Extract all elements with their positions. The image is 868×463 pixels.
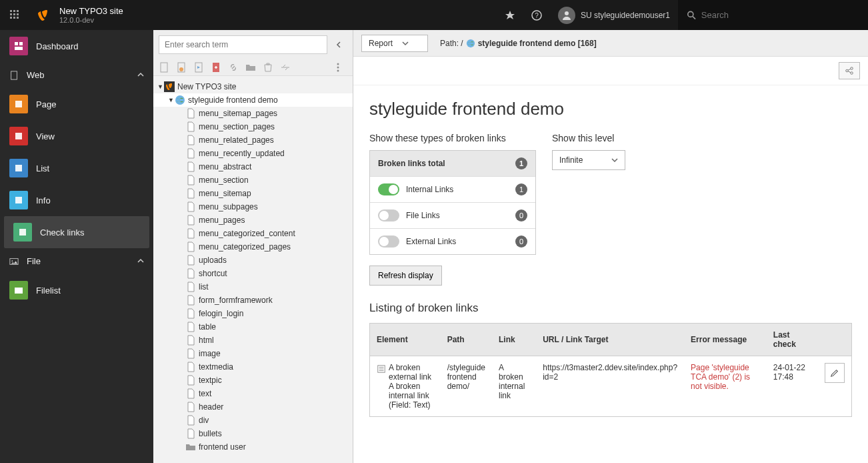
tree-node[interactable]: menu_section_pages [153, 120, 353, 133]
level-select[interactable]: Infinite [552, 150, 625, 170]
tree-label: menu_pages [199, 215, 245, 225]
tree-node[interactable]: felogin_login [153, 307, 353, 320]
tree-node[interactable]: menu_section [153, 173, 353, 187]
page-icon [185, 402, 196, 412]
page-icon [185, 282, 196, 292]
tree-node[interactable]: header [153, 400, 353, 414]
site-info: New TYPO3 site 12.0.0-dev [57, 6, 123, 24]
view-mode-select[interactable]: Report [361, 35, 428, 52]
page-title: styleguide frontend demo [369, 99, 852, 119]
tree-node[interactable]: list [153, 280, 353, 294]
tree-node[interactable]: menu_recently_updated [153, 147, 353, 160]
tree-node[interactable]: menu_sitemap_pages [153, 107, 353, 120]
folder-icon[interactable] [245, 62, 256, 73]
tree-label: menu_section [199, 175, 249, 185]
total-label: Broken links total [378, 159, 445, 168]
tree-node[interactable]: menu_subpages [153, 200, 353, 213]
tree-node[interactable]: menu_sitemap [153, 187, 353, 200]
module-dashboard[interactable]: Dashboard [0, 30, 153, 62]
tree-search-input[interactable] [159, 35, 327, 54]
cell-error: Page 'styleguide TCA demo' (2) is not vi… [684, 356, 767, 417]
page-icon [185, 428, 196, 439]
tree-node[interactable]: uploads [153, 254, 353, 267]
toggle-switch[interactable] [378, 209, 399, 221]
svg-rect-22 [19, 229, 26, 236]
link-types-panel: Broken links total 1 Internal Links1File… [369, 150, 536, 255]
tree-node[interactable]: menu_related_pages [153, 133, 353, 147]
tree-node[interactable]: textpic [153, 374, 353, 387]
tree-node[interactable]: menu_categorized_content [153, 227, 353, 240]
page-icon [185, 322, 196, 332]
link-icon[interactable] [228, 62, 239, 73]
column-header: URL / Link Target [536, 324, 684, 356]
new-page-type3-icon[interactable] [211, 62, 221, 73]
tree-label: textpic [199, 376, 222, 385]
svg-rect-6 [10, 17, 12, 19]
tree-label: bullets [199, 429, 222, 438]
module-label: Dashboard [36, 41, 79, 51]
divider-icon[interactable] [280, 62, 291, 73]
svg-point-12 [688, 11, 693, 17]
module-group-file[interactable]: File [0, 248, 153, 274]
refresh-button[interactable]: Refresh display [369, 266, 442, 286]
module-view[interactable]: View [0, 120, 153, 152]
module-label: Filelist [36, 286, 61, 296]
svg-text:?: ? [535, 12, 539, 19]
new-page-icon[interactable] [159, 62, 169, 73]
module-page[interactable]: Page [0, 88, 153, 120]
link-type-row: File Links0 [370, 202, 535, 228]
module-label: Check links [40, 227, 84, 238]
svg-point-32 [337, 67, 339, 69]
svg-rect-15 [19, 42, 23, 45]
global-search[interactable] [678, 0, 868, 30]
tree-label: felogin_login [199, 309, 243, 318]
tree-node[interactable]: frontend user [153, 440, 353, 454]
new-page-type1-icon[interactable] [176, 62, 187, 73]
toggle-switch[interactable] [378, 183, 399, 195]
tree-node[interactable]: menu_categorized_pages [153, 240, 353, 254]
new-page-type2-icon[interactable] [193, 62, 204, 73]
tree-label: header [199, 402, 223, 412]
chevron-down-icon [402, 40, 409, 47]
collapse-tree-icon[interactable] [330, 36, 347, 53]
tree-node[interactable]: menu_pages [153, 213, 353, 227]
link-type-label: External Links [406, 237, 456, 246]
apps-switcher-icon[interactable] [0, 0, 30, 30]
edit-button[interactable] [825, 363, 845, 383]
tree-label: table [199, 322, 216, 332]
trash-icon[interactable] [263, 62, 273, 73]
svg-rect-19 [15, 133, 22, 139]
tree-node[interactable]: form_formframework [153, 294, 353, 307]
module-check-links[interactable]: Check links [4, 216, 149, 248]
tree-node[interactable]: image [153, 347, 353, 360]
tree-node[interactable]: table [153, 320, 353, 334]
tree-node[interactable]: div [153, 414, 353, 427]
search-icon [687, 11, 696, 20]
svg-rect-20 [15, 165, 22, 171]
module-group-web[interactable]: Web [0, 62, 153, 88]
module-info[interactable]: Info [0, 184, 153, 216]
tree-node[interactable]: menu_abstract [153, 160, 353, 173]
tree-node[interactable]: html [153, 334, 353, 347]
svg-point-31 [337, 63, 339, 65]
user-menu[interactable]: SU styleguidedemouser1 [550, 7, 678, 24]
group-label: File [27, 256, 41, 266]
tree-node[interactable]: ▼New TYPO3 site [153, 80, 353, 93]
help-icon[interactable]: ? [523, 0, 550, 30]
module-filelist[interactable]: Filelist [0, 274, 153, 306]
tree-label: menu_categorized_content [199, 229, 295, 238]
tree-node[interactable]: text [153, 387, 353, 400]
svg-point-36 [467, 39, 475, 47]
tree-node[interactable]: ▼styleguide frontend demo [153, 93, 353, 107]
tree-node[interactable]: bullets [153, 427, 353, 440]
more-menu-icon[interactable] [337, 62, 347, 73]
search-input[interactable] [701, 10, 859, 20]
tree-node[interactable]: textmedia [153, 360, 353, 374]
tree-node[interactable]: shortcut [153, 267, 353, 280]
toggle-switch[interactable] [378, 236, 399, 248]
share-button[interactable] [839, 62, 860, 79]
module-list[interactable]: List [0, 152, 153, 184]
tree-toolbar [153, 59, 353, 76]
svg-rect-0 [10, 10, 12, 12]
bookmark-icon[interactable] [497, 0, 523, 30]
